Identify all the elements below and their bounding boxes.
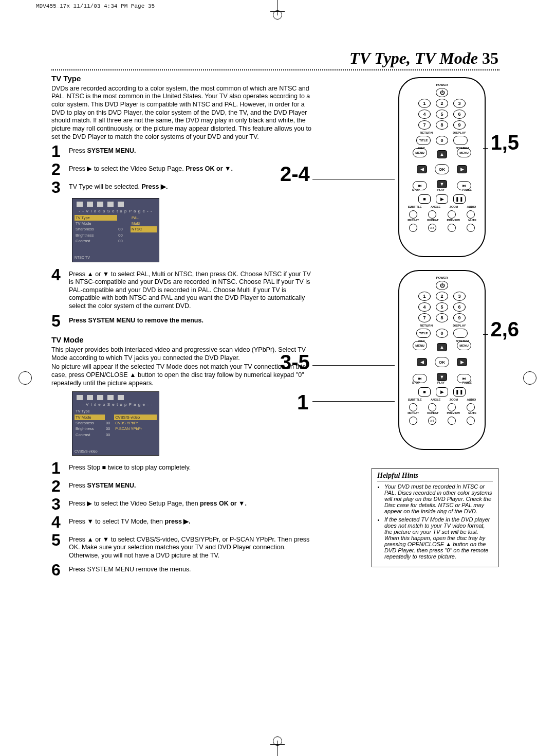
num-0: 0 [436,136,448,145]
tv-type-heading: TV Type [51,74,313,84]
cell: 00 [105,420,114,426]
tv-mode-step-4: 4 Press ▼ to select TV Mode, then press … [51,515,313,530]
power-label: POWER [403,83,480,86]
arrow-right: ▶ [457,165,467,173]
hints-title: Helpful Hints [377,472,493,481]
lbl: PREVIEW [447,219,460,222]
arrow-up: ▲ [437,343,447,351]
power-button: ⏻ [436,281,448,290]
num-4: 4 [418,110,431,119]
next-button: ⏭ [457,374,471,383]
tv-mode-step-1: 1 Press Stop ■ twice to stop play comple… [51,461,313,476]
step-number: 5 [51,314,69,329]
indicator-line [312,401,395,402]
txt: Press ▶ to select the Video Setup Page. [69,165,186,172]
onscreen-footer: NTSC TV [75,256,90,260]
tv-mode-step-6: 6 Press SYSTEM MENU remove the menus. [51,563,313,578]
next-button: ⏭ [457,181,471,190]
prev-button: ⏮ [413,181,427,190]
num-3: 3 [453,292,466,301]
display-label: DISPLAY [453,324,464,327]
num-3: 3 [453,99,466,108]
tv-type-step-5: 5 Press SYSTEM MENU to remove the menus. [51,314,313,329]
main-column: TV Type DVDs are recorded according to a… [51,73,313,581]
txt: Press ▼ to select TV Mode, then [69,518,165,525]
step-number: 1 [51,461,69,476]
play-button: ▶ [436,387,448,397]
ok-button: OK [435,164,449,174]
cell: 00 [105,426,114,431]
arrow-left: ◀ [417,165,427,173]
title-button: TITLE [416,329,431,338]
cell: P-SCAN YPbPr [114,426,157,431]
circle-button [448,417,456,425]
step-body: Press SYSTEM MENU to remove the menus. [69,314,203,325]
remote-diagram-top: POWER ⏻ 123 456 789 RETURN DISPLAY TITLE… [398,77,486,257]
lbl: REPEAT [427,219,438,222]
stop-button: ■ [418,387,431,397]
onscreen-title: - - V i d e o S e t u p P a g e - - [75,209,157,214]
hints-list: Your DVD must be recorded in NTSC or PAL… [377,483,493,560]
onscreen-title: - - V i d e o S e t u p P a g e - - [75,402,157,407]
circle-button [467,417,475,425]
onscreen-menu-tv-type: - - V i d e o S e t u p P a g e - - TV T… [72,198,159,262]
step-body: Press ▶ to select the Video Setup Page, … [69,497,247,508]
indicator-line [312,179,395,179]
arrow-left: ◀ [417,358,427,366]
step-body: Press SYSTEM MENU. [69,144,136,155]
step-body: Press ▲ or ▼ to select CVBS/S-video, CVB… [69,533,313,560]
step-number: 3 [51,180,69,195]
tv-mode-intro-b: No picture will appear if the selected T… [51,363,313,387]
ab-button: A-B [428,417,436,425]
step-number: 1 [51,144,69,159]
cell: CVBS/S-video [114,415,157,420]
crop-circle-top [273,10,282,20]
circle-button [448,224,456,232]
bold: press ▶. [165,518,191,525]
lbl: REPEAT [408,411,419,415]
circle-button [428,403,436,411]
lbl: AUDIO [467,205,476,208]
system-menu-button: MENU [457,148,471,157]
return-label: RETURN [420,324,431,327]
play-label: PLAY [437,381,445,384]
cell: TV Mode [75,415,105,420]
tv-mode-step-5: 5 Press ▲ or ▼ to select CVBS/S-video, C… [51,533,313,560]
num-4: 4 [418,302,431,312]
tv-mode-intro-a: This player provides both interlaced vid… [51,346,313,362]
arrow-down: ▼ [437,180,447,188]
tv-type-intro: DVDs are recorded according to a color s… [51,85,313,141]
dpad: MENU MENU ▲ ▼ ◀ ▶ OK ⏮ ⏭ [414,151,470,187]
ab-button: A-B [428,224,436,232]
step-number: 4 [51,515,69,530]
cell: 00 [117,226,131,232]
num-5: 5 [436,110,448,119]
cell: TV Type [75,408,105,414]
dpad: MENU MENU ▲ ▼ ◀ ▶ OK ⏮ ⏭ [414,344,470,380]
circle-button [448,403,456,411]
play-button: ▶ [436,194,448,204]
cell: TV Mode [75,221,117,226]
txt: Press [69,482,87,489]
txt: Press ▶ to select the Video Setup Page, … [69,500,200,507]
txt: Press [69,147,87,154]
page-title-text: TV Type, TV Mode [349,49,478,67]
step-body: TV Type will be selected. Press ▶. [69,180,168,191]
arrow-right: ▶ [457,358,467,366]
display-label: DISPLAY [453,131,464,134]
step-number: 4 [51,267,69,282]
step-number: 3 [51,497,69,512]
bold: Press SYSTEM MENU to remove the menus. [69,317,203,324]
cell: Brightness [75,232,117,238]
circle-button [409,403,417,411]
tv-type-step-2: 2 Press ▶ to select the Video Setup Page… [51,162,313,177]
cell: Multi [131,221,157,226]
onscreen-table: TV TypePAL TV ModeMulti Sharpness00NTSC … [75,215,157,244]
circle-button [409,210,417,219]
num-1: 1 [418,292,431,301]
circle-button [467,224,475,232]
step-body: Press ▼ to select TV Mode, then press ▶. [69,515,191,526]
cell: Contrast [75,238,117,244]
menu-button: MENU [413,341,427,350]
display-button [453,329,468,338]
